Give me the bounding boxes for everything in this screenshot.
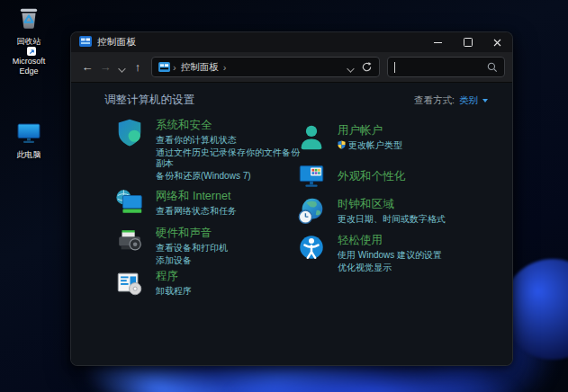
category-system-security: 系统和安全 查看你的计算机状态 通过文件历史记录保存你的文件备份副本 备份和还原… [114,117,308,182]
desktop: 回收站 Microsoft Edge 此电脑 [0,0,568,392]
control-panel-app-icon [79,34,92,50]
programs-icon [114,268,145,298]
clock-globe-icon [296,196,327,227]
category-hardware-sound: 硬件和声音 查看设备和打印机 添加设备 [114,225,308,266]
breadcrumb-root[interactable]: 控制面板 [181,61,219,74]
category-title-link[interactable]: 用户帐户 [338,123,402,138]
category-title-link[interactable]: 硬件和声音 [156,226,228,240]
desktop-icon-label: 回收站 [17,37,41,47]
task-link[interactable]: 备份和还原(Windows 7) [156,171,308,183]
recent-locations-button[interactable] [114,59,129,76]
address-dropdown-button[interactable] [343,59,357,76]
category-title-link[interactable]: 系统和安全 [156,118,308,132]
category-clock-region: 时钟和区域 更改日期、时间或数字格式 [296,196,490,227]
uac-shield-icon [338,140,346,153]
ease-of-access-icon [296,232,327,263]
personalization-monitor-icon [296,160,327,191]
up-button[interactable]: ↑ [129,60,147,74]
control-panel-window: 控制面板 ← → ↑ [70,31,513,366]
desktop-icon-microsoft-edge[interactable]: Microsoft Edge [3,54,55,76]
shield-icon [114,117,145,147]
search-input[interactable] [397,62,487,73]
minimize-button[interactable] [423,32,453,52]
desktop-icon-label: 此电脑 [17,150,41,160]
recycle-bin-icon [17,5,41,34]
control-panel-breadcrumb-icon [158,59,170,76]
page-title: 调整计算机的设置 [104,93,194,108]
category-column-right: 用户帐户 [296,122,490,273]
category-title-link[interactable]: 轻松使用 [338,233,442,247]
task-link[interactable]: 通过文件历史记录保存你的文件备份副本 [156,147,308,170]
category-title-link[interactable]: 外观和个性化 [338,169,405,183]
close-icon [493,39,501,47]
task-link[interactable]: 查看设备和打印机 [156,243,228,254]
desktop-icon-label: Microsoft Edge [3,57,55,76]
category-column-left: 系统和安全 查看你的计算机状态 通过文件历史记录保存你的文件备份副本 备份和还原… [114,117,308,298]
category-user-accounts: 用户帐户 [296,122,490,153]
task-link[interactable]: 卸载程序 [156,286,192,298]
category-ease-of-access: 轻松使用 使用 Windows 建议的设置 优化视觉显示 [296,232,490,273]
page-header: 调整计算机的设置 查看方式: 类别 [104,93,488,108]
view-by-label: 查看方式: [414,94,455,107]
task-link[interactable]: 添加设备 [156,255,228,267]
window-title: 控制面板 [97,36,136,49]
search-icon [487,62,498,73]
category-network-internet: 网络和 Internet 查看网络状态和任务 [114,188,308,218]
refresh-button[interactable] [361,61,373,73]
desktop-icon-recycle-bin[interactable]: 回收站 [3,5,55,47]
address-bar[interactable]: › 控制面板 › [151,57,380,77]
text-cursor [394,62,395,73]
view-by-value[interactable]: 类别 [459,94,478,107]
category-title-link[interactable]: 时钟和区域 [338,197,446,211]
minimize-icon [434,42,442,43]
back-button[interactable]: ← [78,60,96,74]
breadcrumb-separator[interactable]: › [223,62,227,73]
desktop-icon-this-pc[interactable]: 此电脑 [3,123,55,160]
category-appearance-personalization: 外观和个性化 [296,160,490,191]
printer-icon [114,225,145,255]
view-by-dropdown[interactable]: 查看方式: 类别 [414,94,488,107]
task-link-change-account-type[interactable]: 更改帐户类型 [338,140,402,153]
dropdown-arrow-icon [482,99,488,102]
category-title-link[interactable]: 网络和 Internet [156,189,237,203]
close-button[interactable] [482,32,512,52]
task-link[interactable]: 查看网络状态和任务 [156,206,237,218]
wallpaper-bloom-petal [225,367,522,392]
network-globe-icon [114,188,145,218]
category-title-link[interactable]: 程序 [156,269,192,283]
maximize-icon [464,38,473,47]
search-box[interactable] [387,57,505,77]
task-link[interactable]: 使用 Windows 建议的设置 [338,250,442,262]
task-link-label: 更改帐户类型 [348,140,402,150]
this-pc-icon [17,123,41,147]
user-icon [296,122,327,153]
forward-button[interactable]: → [96,60,114,74]
control-panel-home: 调整计算机的设置 查看方式: 类别 [71,83,512,366]
breadcrumb-separator: › [173,62,176,73]
shortcut-arrow-icon [27,47,36,56]
refresh-icon [361,61,373,73]
task-link[interactable]: 查看你的计算机状态 [156,135,308,147]
titlebar[interactable]: 控制面板 [71,32,512,52]
task-link[interactable]: 优化视觉显示 [338,263,442,274]
maximize-button[interactable] [453,32,482,52]
category-programs: 程序 卸载程序 [114,268,308,298]
task-link[interactable]: 更改日期、时间或数字格式 [338,214,446,226]
navigation-bar: ← → ↑ › 控制面板 › [71,52,512,83]
